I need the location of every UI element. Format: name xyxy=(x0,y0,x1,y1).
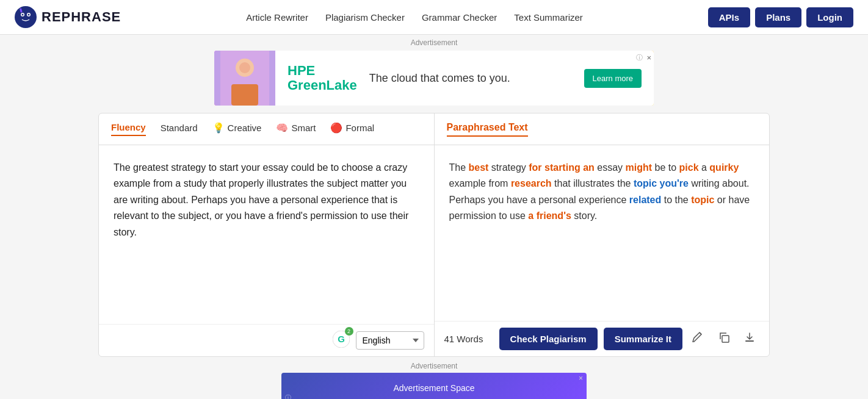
tab-creative[interactable]: 💡 Creative xyxy=(212,122,262,136)
seg-15: related xyxy=(629,195,661,205)
seg-13: topic you're xyxy=(634,178,689,189)
copy-button[interactable] xyxy=(714,329,734,349)
person-illustration xyxy=(220,51,269,106)
nav-plagiarism-checker[interactable]: Plagiarism Checker xyxy=(325,12,405,23)
alert-icon: 🔴 xyxy=(330,122,342,134)
bulb-icon: 💡 xyxy=(212,122,225,134)
right-panel-header: Paraphrased Text xyxy=(435,113,770,145)
nav-buttons: APIs Plans Login xyxy=(708,7,853,27)
seg-8: a xyxy=(699,162,710,173)
seg-11: research xyxy=(511,178,552,189)
nav-grammar-checker[interactable]: Grammar Checker xyxy=(422,12,497,23)
header: REPHRASE Article Rewriter Plagiarism Che… xyxy=(0,0,868,35)
grammarly-badge[interactable]: G 2 xyxy=(333,331,350,350)
bottom-ad-info-icon[interactable]: ⓘ xyxy=(285,394,291,399)
ad-tagline: The cloud that comes to you. xyxy=(369,72,572,85)
seg-6: be to xyxy=(652,162,679,173)
nav-article-rewriter[interactable]: Article Rewriter xyxy=(246,12,308,23)
svg-rect-8 xyxy=(231,84,258,106)
main-editor: Fluency Standard 💡 Creative 🧠 Smart 🔴 Fo… xyxy=(98,113,770,357)
seg-9: quirky xyxy=(709,162,739,173)
seg-4: essay xyxy=(595,162,626,173)
ad-content: HPE GreenLake The cloud that comes to yo… xyxy=(275,51,654,106)
tab-standard[interactable]: Standard xyxy=(161,123,198,135)
seg-12: that illustrates the xyxy=(552,178,634,189)
download-icon xyxy=(743,331,756,343)
ad-label: Advertisement xyxy=(0,35,868,51)
seg-19: a friend's xyxy=(528,210,571,221)
svg-rect-13 xyxy=(745,340,754,342)
summarize-button[interactable]: Summarize It xyxy=(604,328,682,350)
grammarly-count: 2 xyxy=(345,327,353,336)
ad-close-button[interactable]: × xyxy=(646,53,651,62)
input-text-area[interactable]: The greatest strategy to start your essa… xyxy=(99,145,434,324)
right-bottom-bar: 41 Words Check Plagiarism Summarize It xyxy=(435,321,770,356)
tab-smart[interactable]: 🧠 Smart xyxy=(276,122,316,136)
seg-10: example from xyxy=(449,178,511,189)
ad-banner: HPE GreenLake The cloud that comes to yo… xyxy=(214,51,654,106)
mode-tabs: Fluency Standard 💡 Creative 🧠 Smart 🔴 Fo… xyxy=(99,113,434,145)
plans-button[interactable]: Plans xyxy=(755,7,801,27)
svg-point-4 xyxy=(28,14,30,16)
tab-fluency[interactable]: Fluency xyxy=(111,122,146,136)
seg-20: story. xyxy=(571,210,597,221)
right-panel: Paraphrased Text The best strategy for s… xyxy=(435,113,770,356)
bottom-ad-label: Advertisement xyxy=(0,357,868,373)
svg-point-9 xyxy=(239,62,250,73)
svg-rect-12 xyxy=(722,336,729,342)
bottom-ad-close[interactable]: × xyxy=(579,374,583,383)
seg-3: for starting an xyxy=(529,162,595,173)
word-count: 41 Words xyxy=(444,334,493,344)
seg-17: topic xyxy=(691,195,714,205)
tab-fluency-label: Fluency xyxy=(111,122,146,132)
erase-button[interactable] xyxy=(689,329,708,349)
input-text: The greatest strategy to start your essa… xyxy=(114,162,408,237)
language-select[interactable]: English Spanish French German Portuguese xyxy=(356,331,424,350)
tab-standard-label: Standard xyxy=(161,123,198,133)
seg-2: strategy xyxy=(488,162,529,173)
tab-formal-label: Formal xyxy=(345,123,374,133)
check-plagiarism-button[interactable]: Check Plagiarism xyxy=(499,328,598,350)
bottom-ad-banner: Advertisement Space × ⓘ xyxy=(281,373,587,399)
tab-creative-label: Creative xyxy=(228,123,262,133)
copy-icon xyxy=(718,331,730,343)
ad-learn-button[interactable]: Learn more xyxy=(584,69,642,88)
hpe-logo: HPE GreenLake xyxy=(288,63,357,93)
seg-0: The xyxy=(449,162,469,173)
seg-16: to the xyxy=(661,195,691,205)
erase-icon xyxy=(692,331,704,343)
tab-formal[interactable]: 🔴 Formal xyxy=(330,122,374,136)
svg-text:G: G xyxy=(338,334,345,344)
download-button[interactable] xyxy=(740,329,759,349)
svg-point-3 xyxy=(22,14,24,16)
left-panel: Fluency Standard 💡 Creative 🧠 Smart 🔴 Fo… xyxy=(99,113,435,356)
logo: REPHRASE xyxy=(15,6,121,28)
svg-point-0 xyxy=(15,6,37,28)
brain-icon: 🧠 xyxy=(276,122,288,134)
tab-smart-label: Smart xyxy=(291,123,316,133)
ad-person-image xyxy=(214,51,275,106)
seg-5: might xyxy=(625,162,652,173)
login-button[interactable]: Login xyxy=(806,7,853,27)
left-bottom-bar: G 2 English Spanish French German Portug… xyxy=(99,324,434,356)
paraphrased-text-area: The best strategy for starting an essay … xyxy=(435,145,770,321)
seg-1: best xyxy=(469,162,489,173)
main-nav: Article Rewriter Plagiarism Checker Gram… xyxy=(246,12,583,23)
ad-info-icon[interactable]: ⓘ xyxy=(636,53,643,62)
logo-text: REPHRASE xyxy=(42,9,121,25)
logo-icon xyxy=(15,6,37,28)
paraphrased-title: Paraphrased Text xyxy=(447,122,528,137)
nav-text-summarizer[interactable]: Text Summarizer xyxy=(514,12,583,23)
seg-7: pick xyxy=(679,162,699,173)
apis-button[interactable]: APIs xyxy=(708,7,750,27)
bottom-ad-content: Advertisement Space xyxy=(393,383,474,393)
